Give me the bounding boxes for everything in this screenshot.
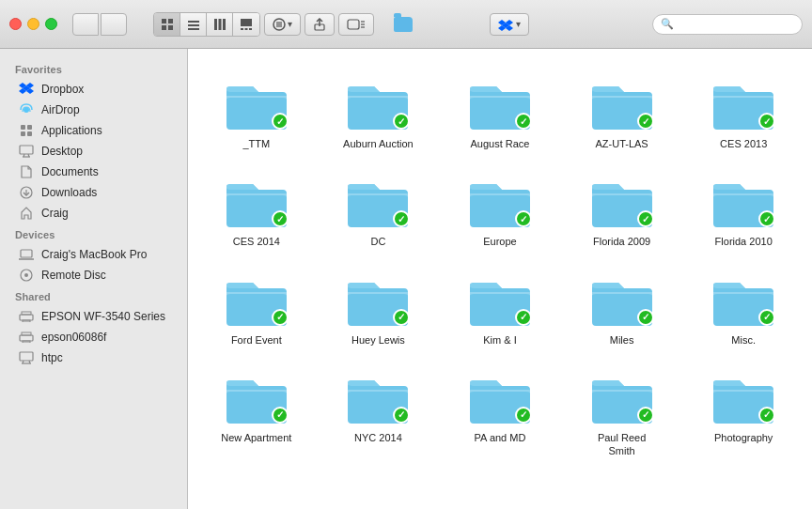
- svg-rect-0: [162, 19, 166, 23]
- folder-item[interactable]: ✓Florida 2010: [684, 165, 803, 255]
- folder-icon-wrap: ✓: [588, 369, 656, 425]
- folder-item[interactable]: ✓PA and MD: [441, 362, 559, 466]
- folder-label: Misc.: [731, 333, 756, 347]
- view-grid-button[interactable]: [154, 13, 180, 36]
- sidebar-label-dropbox: Dropbox: [41, 83, 84, 96]
- close-button[interactable]: [9, 18, 22, 30]
- sidebar-item-applications[interactable]: Applications: [4, 120, 183, 141]
- forward-button[interactable]: [101, 13, 127, 36]
- check-badge: ✓: [515, 113, 532, 130]
- folder-item[interactable]: ✓Misc.: [684, 264, 803, 354]
- sidebar-label-documents: Documents: [41, 165, 99, 178]
- folder-icon-wrap: ✓: [466, 271, 534, 328]
- sidebar-label-macbook: Craig's MacBook Pro: [41, 248, 147, 261]
- folder-icon-wrap: ✓: [588, 271, 656, 328]
- applications-icon: [19, 123, 34, 138]
- sidebar-item-craig[interactable]: Craig: [4, 203, 183, 224]
- titlebar: ▾ ▾: [0, 0, 812, 49]
- craig-icon: [19, 206, 34, 221]
- folder-label: NYC 2014: [354, 431, 402, 444]
- share-button[interactable]: [304, 13, 335, 36]
- svg-rect-7: [214, 19, 217, 30]
- folder-item[interactable]: ✓August Race: [441, 68, 559, 158]
- svg-rect-8: [218, 19, 221, 30]
- sidebar-label-downloads: Downloads: [41, 186, 97, 199]
- svg-rect-27: [27, 131, 32, 136]
- folder-label: Auburn Auction: [343, 137, 414, 150]
- folder-label: New Apartment: [221, 431, 291, 444]
- svg-rect-34: [21, 250, 32, 257]
- sidebar-item-documents[interactable]: Documents: [4, 162, 183, 182]
- svg-rect-25: [27, 125, 32, 130]
- nav-buttons: [72, 13, 127, 36]
- folder-icon-wrap: ✓: [466, 369, 534, 425]
- folder-item[interactable]: ✓Huey Lewis: [320, 264, 438, 354]
- sidebar-item-remote[interactable]: Remote Disc: [4, 265, 183, 285]
- sidebar-section-devices: Devices: [0, 224, 187, 244]
- svg-rect-41: [20, 335, 33, 341]
- sidebar-item-epson2[interactable]: epson06086f: [4, 327, 183, 347]
- dropbox-chevron: ▾: [516, 19, 521, 29]
- sidebar-label-craig: Craig: [41, 207, 69, 220]
- folder-item[interactable]: ✓Ford Event: [197, 264, 316, 354]
- search-box[interactable]: 🔍: [652, 14, 803, 35]
- check-badge: ✓: [393, 309, 410, 326]
- sidebar-label-airdrop: AirDrop: [41, 103, 80, 116]
- folder-label: DC: [370, 235, 385, 248]
- folder-item[interactable]: ✓Auburn Auction: [320, 68, 438, 158]
- view-switcher: [153, 12, 260, 37]
- view-list-button[interactable]: [180, 13, 207, 36]
- folder-item[interactable]: ✓Photography: [684, 362, 803, 466]
- dropbox-button[interactable]: ▾: [490, 13, 529, 36]
- sidebar-item-macbook[interactable]: Craig's MacBook Pro: [4, 244, 183, 265]
- svg-rect-9: [223, 19, 226, 30]
- sidebar-label-desktop: Desktop: [41, 145, 83, 158]
- back-button[interactable]: [72, 13, 99, 36]
- folder-item[interactable]: ✓_TTM: [197, 68, 316, 158]
- minimize-button[interactable]: [27, 18, 39, 30]
- svg-rect-13: [249, 28, 252, 30]
- maximize-button[interactable]: [45, 18, 57, 30]
- sidebar-label-htpc: htpc: [41, 351, 63, 364]
- folder-item[interactable]: ✓NYC 2014: [320, 362, 438, 466]
- documents-icon: [19, 164, 34, 179]
- folder-item[interactable]: ✓Florida 2009: [563, 165, 681, 255]
- folder-item[interactable]: ✓DC: [320, 165, 438, 255]
- svg-rect-1: [168, 19, 173, 23]
- folder-item[interactable]: ✓Miles: [563, 264, 681, 354]
- sidebar-item-htpc[interactable]: htpc: [4, 347, 183, 368]
- folder-icon-wrap: ✓: [223, 369, 290, 425]
- svg-rect-3: [168, 25, 173, 30]
- htpc-icon: [19, 350, 34, 365]
- sidebar-item-dropbox[interactable]: Dropbox: [4, 79, 183, 100]
- folder-item[interactable]: ✓CES 2013: [684, 68, 803, 158]
- sidebar-item-epson1[interactable]: EPSON WF-3540 Series: [4, 306, 183, 327]
- folder-item[interactable]: ✓AZ-UT-LAS: [563, 68, 681, 158]
- sidebar-item-desktop[interactable]: Desktop: [4, 141, 183, 162]
- view-cover-button[interactable]: [233, 13, 259, 36]
- folder-item[interactable]: ✓New Apartment: [197, 362, 316, 466]
- check-badge: ✓: [637, 407, 654, 424]
- folder-grid: ✓_TTM✓Auburn Auction✓August Race✓AZ-UT-L…: [197, 68, 803, 465]
- svg-point-37: [24, 273, 28, 277]
- svg-rect-11: [241, 28, 243, 30]
- folder-item[interactable]: ✓Kim & I: [441, 264, 559, 354]
- sidebar-item-downloads[interactable]: Downloads: [4, 182, 183, 203]
- folder-label: Florida 2009: [593, 235, 650, 248]
- svg-rect-28: [20, 146, 33, 154]
- tag-button[interactable]: [338, 13, 374, 36]
- sort-action-button[interactable]: ▾: [264, 13, 301, 36]
- svg-rect-6: [188, 28, 199, 30]
- sidebar-item-airdrop[interactable]: AirDrop: [4, 100, 183, 120]
- folder-item[interactable]: ✓CES 2014: [197, 165, 316, 255]
- folder-icon-wrap: ✓: [466, 173, 534, 229]
- svg-rect-12: [245, 28, 248, 30]
- folder-item[interactable]: ✓Paul Reed Smith: [563, 362, 681, 466]
- view-columns-button[interactable]: [207, 13, 233, 36]
- sidebar-label-epson2: epson06086f: [41, 331, 106, 344]
- check-badge: ✓: [272, 113, 289, 130]
- svg-rect-2: [162, 25, 166, 30]
- svg-rect-40: [23, 320, 30, 322]
- folder-item[interactable]: ✓Europe: [441, 165, 559, 255]
- folder-label: August Race: [471, 137, 530, 150]
